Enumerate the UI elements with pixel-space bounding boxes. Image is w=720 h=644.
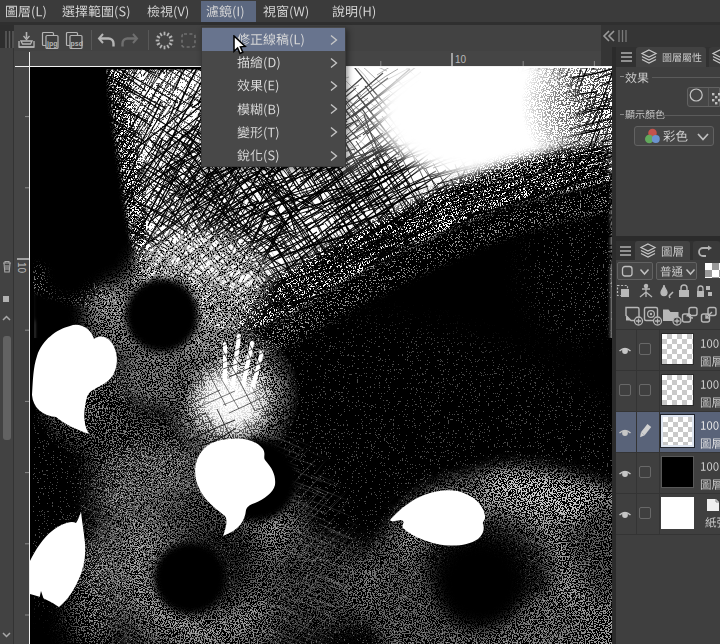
svg-text:10: 10	[16, 262, 27, 274]
svg-text:jpg: jpg	[46, 40, 58, 48]
svg-text:10: 10	[455, 54, 467, 65]
svg-text:psd: psd	[71, 40, 83, 48]
